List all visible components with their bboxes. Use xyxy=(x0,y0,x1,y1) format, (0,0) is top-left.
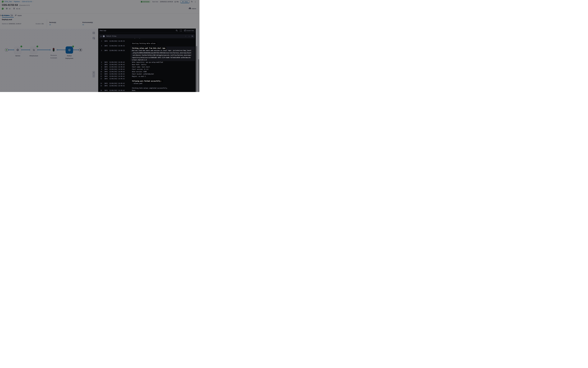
log-message: Done. xyxy=(132,89,136,92)
stage-duration: Duration: 22s xyxy=(36,23,44,24)
edge xyxy=(8,50,14,50)
more-menu-icon[interactable]: ⋮ xyxy=(194,1,196,3)
log-message: _achyuth/d605e19b46448ceaacb01fb4c19633a… xyxy=(132,52,191,54)
elapsed-time: 59s xyxy=(174,1,179,3)
log-row[interactable]: 6INFO15/09/2022 16:09:42Helm repository:… xyxy=(98,61,194,64)
node-resource-constraint[interactable] xyxy=(53,48,55,51)
log-row[interactable]: 16INFO15/09/2022 16:09:42Done. xyxy=(98,89,194,92)
log-line-number: 14 xyxy=(99,82,102,85)
environment-chip[interactable]: e2, e1 xyxy=(16,8,20,9)
log-row[interactable]: 14INFO15/09/2022 16:09:42- values.yaml xyxy=(98,82,194,85)
zoom-in-icon[interactable]: + xyxy=(92,72,95,74)
marquee-select-icon xyxy=(93,37,95,39)
canvas-marquee-button[interactable] xyxy=(92,37,95,39)
log-row[interactable]: t/test-chart/0.1.0 xyxy=(98,59,194,61)
tab-pipeline-label: Pipeline xyxy=(4,15,10,16)
log-level: INFO xyxy=(104,85,108,87)
environments-link[interactable]: e1 xyxy=(82,24,84,26)
view-button[interactable]: View xyxy=(180,0,190,3)
tab-bar: Pipeline Inputs Console View xyxy=(0,13,199,18)
log-row[interactable]: 4INFO15/09/2022 16:09:35 xyxy=(98,45,194,47)
log-row[interactable]: 5INFO15/09/2022 16:09:35Did not find the… xyxy=(98,49,194,52)
success-badge-icon: ✓ xyxy=(20,45,22,48)
breadcrumb-separator: › xyxy=(13,1,13,2)
log-row[interactable]: 13INFO15/09/2022 16:09:42 xyxy=(98,78,194,80)
log-row[interactable]: 11INFO15/09/2022 16:09:42Chart bucket: a… xyxy=(98,73,194,75)
services-link[interactable]: s2 xyxy=(49,24,51,26)
log-line-number: 8 xyxy=(99,66,102,68)
start-node[interactable] xyxy=(5,48,8,52)
log-row[interactable]: 12INFO15/09/2022 16:09:42Region: us-east… xyxy=(98,75,194,78)
environment-icon xyxy=(13,8,15,9)
log-level: INFO xyxy=(104,40,108,42)
log-row[interactable]: Fetching values.yaml from helm chart rep… xyxy=(98,47,194,49)
page-scrollbar[interactable] xyxy=(198,28,199,92)
fullscreen-icon xyxy=(93,32,95,34)
log-line-number: 7 xyxy=(99,64,102,66)
tab-pipeline[interactable]: Pipeline xyxy=(2,13,10,17)
log-row[interactable]: _achyuth/d605e19b46448ceaacb01fb4c19633a… xyxy=(98,52,194,54)
log-row[interactable]: -out/darwin-fastbuild/bin/260-delegate/e… xyxy=(98,54,194,56)
log-line-number: 11 xyxy=(99,73,102,75)
log-message: Did not find the chart and version in lo… xyxy=(132,49,191,52)
scrollbar-thumb[interactable] xyxy=(198,59,199,92)
console-view-switch[interactable] xyxy=(10,15,13,16)
scrollbar-thumb[interactable] xyxy=(196,46,197,92)
node-service[interactable]: ⚙ xyxy=(14,46,21,54)
node-infrastructure[interactable] xyxy=(30,46,37,54)
log-level: INFO xyxy=(104,66,108,68)
elapsed-value: 59s xyxy=(176,1,179,3)
node-label-resource: Resource xyxy=(45,55,62,56)
breadcrumb-pipeline-name[interactable]: CDS-41722-S3 xyxy=(22,1,32,2)
stop-icon xyxy=(80,49,81,51)
edge xyxy=(57,50,66,50)
breadcrumb-pipelines[interactable]: Pipelines xyxy=(14,1,20,2)
node-label-infrastructure: Infrastructure xyxy=(25,55,43,57)
log-message: - values.yaml xyxy=(132,82,142,85)
log-line-number: 9 xyxy=(99,68,102,71)
node-label-service: Service xyxy=(9,55,27,57)
switch-knob xyxy=(10,15,11,16)
log-message: Helm version: V380 xyxy=(132,71,147,73)
edge xyxy=(38,50,50,50)
log-timestamp: 15/09/2022 16:09:42 xyxy=(109,75,125,78)
breadcrumb-separator: › xyxy=(21,1,21,2)
log-row[interactable]: 9INFO15/09/2022 16:09:42Chart version: 0… xyxy=(98,68,194,71)
service-gear-icon: ⚙ xyxy=(6,8,8,10)
tab-inputs[interactable]: Inputs xyxy=(15,13,22,17)
check-icon: ✓ xyxy=(141,1,142,2)
environments-label: Environment(s) xyxy=(82,22,93,23)
user-box[interactable]: Admin xyxy=(189,8,196,10)
log-timestamp: 15/09/2022 16:09:42 xyxy=(109,78,125,80)
edge xyxy=(73,50,79,50)
log-row[interactable]: 7INFO15/09/2022 16:09:42Base Path: chart… xyxy=(98,64,194,66)
breadcrumb-project[interactable]: CFDs_Test xyxy=(4,1,12,2)
refresh-icon[interactable]: ↻ xyxy=(191,1,193,3)
log-row[interactable]: Following were fetched successfully : xyxy=(98,80,194,82)
log-timestamp: 15/09/2022 16:09:42 xyxy=(109,64,125,66)
node-rollout-deployment[interactable] xyxy=(66,46,73,54)
canvas-zoom-control[interactable]: + − xyxy=(92,71,95,78)
gear-icon: ⚙ xyxy=(16,49,19,51)
service-chip[interactable]: s2 xyxy=(9,8,10,9)
log-row[interactable]: 15INFO15/09/2022 16:09:42 xyxy=(98,85,194,87)
success-badge-icon: ✓ xyxy=(36,45,38,48)
log-row[interactable]: Fetching helm values completed successfu… xyxy=(98,87,194,89)
harness-logo-icon xyxy=(2,1,4,2)
log-timestamp: 15/09/2022 16:09:42 xyxy=(109,61,125,64)
log-row[interactable]: Starting fetching Helm values xyxy=(98,42,194,45)
duration-label: Duration: xyxy=(36,23,41,24)
log-row[interactable]: 10INFO15/09/2022 16:09:42Helm version: V… xyxy=(98,71,194,73)
zoom-out-icon[interactable]: − xyxy=(92,75,95,77)
log-row[interactable]: repository/helm/source/93602db7-89f2-317… xyxy=(98,56,194,59)
log-scrollbar[interactable] xyxy=(196,28,198,92)
port xyxy=(49,49,51,50)
duration-value: 22s xyxy=(41,23,44,24)
log-row[interactable]: 3INFO15/09/2022 16:09:35 xyxy=(98,40,194,42)
log-timestamp: 15/09/2022 16:09:42 xyxy=(109,85,125,87)
end-node[interactable] xyxy=(79,48,82,52)
log-row[interactable]: 8INFO15/09/2022 16:09:42Chart name: test… xyxy=(98,66,194,68)
log-line-number: 12 xyxy=(99,75,102,78)
user-name: Admin xyxy=(192,8,196,9)
canvas-fullscreen-button[interactable] xyxy=(92,32,95,34)
